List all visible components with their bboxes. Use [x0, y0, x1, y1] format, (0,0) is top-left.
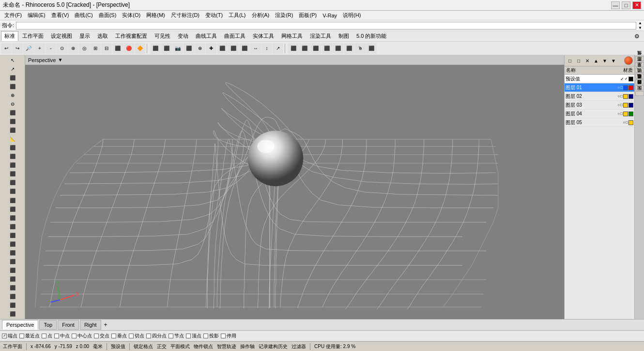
toolbar-icon-btn[interactable]: ↔ — [250, 43, 261, 54]
menubar-item[interactable]: 工具(L) — [226, 11, 248, 19]
snap-item[interactable]: 中点 — [54, 333, 70, 339]
snap-checkbox[interactable] — [186, 334, 191, 338]
left-toolbar-btn[interactable]: ⬛ — [1, 249, 24, 257]
snap-checkbox[interactable] — [111, 334, 116, 338]
maximize-button[interactable]: □ — [622, 1, 630, 9]
menubar-item[interactable]: 说明(H) — [340, 11, 363, 19]
minimize-button[interactable]: — — [611, 1, 620, 9]
layer-color-dot[interactable] — [629, 77, 633, 81]
toolbar-tab[interactable]: 曲线工具 — [192, 31, 220, 41]
rp-up-icon[interactable]: ▲ — [592, 57, 600, 64]
menubar-item[interactable]: 文件(F) — [2, 11, 24, 19]
toolbar-tab[interactable]: 制图 — [335, 31, 353, 41]
toolbar-icon-btn[interactable]: ⬛ — [344, 43, 354, 54]
menubar-item[interactable]: 渲染(R) — [273, 11, 295, 19]
layer-color-dot[interactable] — [623, 103, 628, 108]
toolbar-icon-btn[interactable]: ⬛ — [228, 43, 239, 54]
snap-checkbox[interactable] — [221, 334, 226, 338]
layer-row[interactable]: 图层 05○□ — [565, 118, 634, 127]
left-toolbar-btn[interactable]: ⬛ — [1, 284, 24, 292]
toolbar-icon-btn[interactable]: ⬛ — [150, 43, 161, 54]
left-toolbar-btn[interactable]: ⬛ — [1, 117, 24, 126]
snap-checkbox[interactable] — [72, 334, 77, 338]
layer-vis-icon[interactable]: ✓ — [625, 77, 628, 81]
rp-delete-icon[interactable]: ✕ — [583, 57, 591, 64]
layer-row[interactable]: 图层 03○□ — [565, 101, 634, 110]
toolbar-icon-btn[interactable]: ⬛ — [322, 43, 332, 54]
layer-vis-icon[interactable]: ○ — [617, 94, 620, 98]
snap-checkbox[interactable] — [169, 334, 173, 338]
snap-item[interactable]: 点 — [42, 333, 52, 339]
snap-item[interactable]: 四分点 — [146, 333, 167, 339]
layer-vis-icon[interactable]: ○ — [623, 120, 625, 125]
toolbar-tab[interactable]: 工作视窗配置 — [112, 31, 151, 41]
toolbar-icon-btn[interactable]: 🔴 — [123, 43, 134, 54]
left-toolbar-btn[interactable]: ⬛ — [1, 161, 24, 169]
snap-checkbox[interactable] — [129, 334, 134, 338]
toolbar-tab[interactable]: 标准 — [1, 31, 18, 41]
toolbar-tab[interactable]: 曲面工具 — [221, 31, 249, 41]
snap-item[interactable]: 最近点 — [19, 333, 40, 339]
layer-color-dot[interactable] — [623, 94, 628, 99]
menubar-item[interactable]: 查看(V) — [49, 11, 72, 19]
rp-new-icon[interactable]: □ — [566, 57, 574, 64]
toolbar-icon-btn[interactable]: + — [34, 43, 45, 54]
menubar-item[interactable]: 曲面(S) — [96, 11, 119, 19]
rp-down-icon[interactable]: ▼ — [601, 57, 609, 64]
left-toolbar-btn[interactable]: ⬛ — [1, 223, 24, 231]
toolbar-icon-btn[interactable]: ↗ — [273, 43, 283, 54]
rp-filter-icon[interactable]: ▼ — [610, 57, 617, 64]
toolbar-tab[interactable]: 工作平面 — [19, 31, 47, 41]
left-toolbar-btn[interactable]: ⊖ — [1, 100, 24, 108]
menubar-item[interactable]: 分析(A) — [249, 11, 272, 19]
layer-color-dot[interactable] — [623, 112, 628, 116]
menubar-item[interactable]: 曲线(C) — [72, 11, 95, 19]
left-toolbar-btn[interactable]: ⬛ — [1, 144, 24, 152]
layer-vis-icon[interactable]: □ — [620, 85, 623, 90]
layer-vis-icon[interactable]: □ — [620, 112, 623, 116]
layer-vis-icon[interactable]: ○ — [617, 112, 620, 116]
left-toolbar-btn[interactable]: ⬛ — [1, 152, 24, 160]
toolbar-icon-btn[interactable]: ↩ — [1, 43, 12, 54]
toolbar-icon-btn[interactable]: ⬛ — [299, 43, 310, 54]
left-toolbar-btn[interactable]: ⬛ — [1, 109, 24, 117]
snap-checkbox[interactable] — [203, 334, 208, 338]
right-sidebar-tab[interactable]: 太阳 — [635, 91, 644, 96]
toolbar-icon-btn[interactable]: ◎ — [79, 43, 90, 54]
close-button[interactable]: ✕ — [632, 1, 641, 9]
layer-color-dot[interactable] — [629, 120, 633, 125]
toolbar-icon-btn[interactable]: ⬛ — [239, 43, 250, 54]
snap-checkbox[interactable] — [42, 334, 46, 338]
left-toolbar-btn[interactable]: ⬛ — [1, 178, 24, 187]
left-toolbar-btn[interactable]: ⬛ — [1, 205, 24, 213]
viewport-tab[interactable]: Perspective — [2, 320, 38, 330]
layer-color2-dot[interactable] — [629, 112, 633, 116]
toolbar-icon-btn[interactable]: 🔎 — [23, 43, 34, 54]
menubar-item[interactable]: V-Ray — [320, 12, 339, 19]
toolbar-settings-icon[interactable]: ⚙ — [631, 32, 643, 41]
arrow-up-icon[interactable]: ▲ — [638, 21, 642, 26]
toolbar-icon-btn[interactable]: ⊙ — [57, 43, 67, 54]
viewport-canvas[interactable]: X Y — [25, 65, 564, 319]
viewport-tab[interactable]: Top — [39, 320, 57, 330]
menubar-item[interactable]: 网格(M) — [144, 11, 168, 19]
left-toolbar-btn[interactable]: ⬛ — [1, 214, 24, 222]
left-toolbar-btn[interactable]: ⬛ — [1, 257, 24, 266]
menubar-item[interactable]: 编辑(E) — [25, 11, 48, 19]
snap-item[interactable]: 顶点 — [186, 333, 201, 339]
toolbar-icon-btn[interactable]: ⬛ — [366, 43, 377, 54]
left-toolbar-btn[interactable]: ⬛ — [1, 301, 24, 309]
layer-color-dot[interactable] — [623, 85, 628, 90]
right-sidebar-tab[interactable]: 属性 — [635, 56, 644, 61]
left-toolbar-btn[interactable]: ⬛ — [1, 240, 24, 248]
toolbar-icon-btn[interactable]: ⬛ — [112, 43, 123, 54]
snap-item[interactable]: 节点 — [169, 333, 184, 339]
layer-row[interactable]: 图层 02○□ — [565, 92, 634, 101]
snap-item[interactable]: 端点 — [2, 333, 17, 339]
right-sidebar-tab[interactable]: 说明 — [635, 74, 644, 79]
status-item-workplane[interactable]: 工作平面 — [3, 343, 22, 350]
snap-item[interactable]: 交点 — [94, 333, 109, 339]
layer-vis-icon[interactable]: □ — [620, 94, 623, 98]
add-viewport-button[interactable]: + — [102, 320, 109, 329]
layer-vis-icon[interactable]: ○ — [617, 85, 620, 90]
